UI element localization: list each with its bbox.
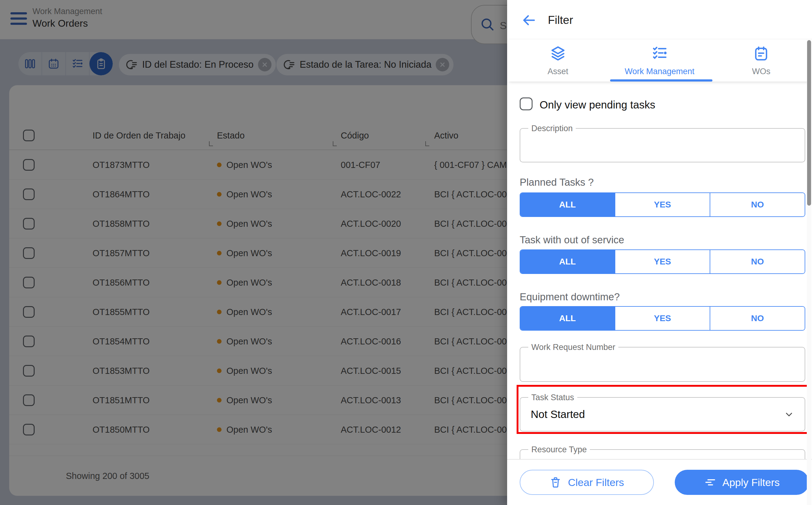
equipment-downtime-toggle: ALL YES NO (520, 306, 805, 331)
tab-wos[interactable]: WOs (710, 39, 812, 81)
out-of-service-label: Task with out of service (520, 234, 624, 246)
clear-filters-label: Clear Filters (568, 477, 624, 488)
toggle-option-all[interactable]: ALL (520, 307, 615, 330)
out-of-service-toggle: ALL YES NO (520, 249, 805, 274)
resource-type-label: Resource Type (528, 445, 590, 455)
panel-scrollbar-thumb[interactable] (807, 40, 811, 206)
planned-tasks-label: Planned Tasks ? (520, 176, 594, 188)
filter-tabbar: Asset Work Management WOs (507, 39, 812, 81)
description-field-label: Description (528, 124, 576, 133)
toggle-option-all[interactable]: ALL (520, 250, 615, 273)
task-status-label: Task Status (528, 393, 577, 402)
tab-label: Asset (548, 67, 568, 76)
toggle-option-no[interactable]: NO (709, 193, 805, 216)
tab-label: Work Management (625, 67, 695, 76)
active-tab-underline (610, 79, 713, 81)
description-field[interactable]: Description (520, 128, 805, 162)
toggle-option-no[interactable]: NO (709, 250, 805, 273)
only-pending-tasks-checkbox[interactable] (520, 98, 533, 110)
back-arrow-icon[interactable] (521, 12, 537, 28)
toggle-option-no[interactable]: NO (709, 307, 805, 330)
toggle-option-yes[interactable]: YES (615, 307, 709, 330)
equipment-downtime-label: Equipment downtime? (520, 291, 620, 303)
checklist-icon (651, 45, 668, 62)
modal-scrim[interactable] (0, 0, 507, 505)
tab-label: WOs (752, 67, 770, 76)
app-root: Work Management Work Orders Search (0, 0, 812, 505)
toggle-option-yes[interactable]: YES (615, 250, 709, 273)
task-status-value: Not Started (531, 408, 585, 420)
clipboard-icon (753, 45, 770, 62)
filter-lines-icon (704, 476, 716, 488)
clear-filters-button[interactable]: Clear Filters (520, 470, 654, 495)
layers-icon (550, 45, 567, 62)
toggle-option-yes[interactable]: YES (615, 193, 709, 216)
task-status-select[interactable]: Task Status Not Started (520, 397, 805, 432)
trash-icon (550, 476, 562, 488)
filter-panel-header: Filter (507, 0, 812, 39)
work-request-number-field[interactable]: Work Request Number (520, 347, 805, 382)
toggle-option-all[interactable]: ALL (520, 193, 615, 216)
filter-panel: Filter Asset Work Management (507, 0, 812, 505)
apply-filters-button[interactable]: Apply Filters (675, 470, 809, 495)
filter-panel-footer: Clear Filters Apply Filters (507, 459, 812, 505)
apply-filters-label: Apply Filters (722, 477, 780, 488)
filter-panel-title: Filter (548, 14, 573, 27)
tab-work-management[interactable]: Work Management (609, 39, 710, 81)
tab-asset[interactable]: Asset (507, 39, 609, 81)
chevron-down-icon (784, 409, 794, 419)
only-pending-tasks-label: Only view pending tasks (540, 99, 655, 111)
work-request-number-label: Work Request Number (528, 343, 618, 352)
panel-scrollbar[interactable] (807, 39, 811, 505)
planned-tasks-toggle: ALL YES NO (520, 192, 805, 217)
